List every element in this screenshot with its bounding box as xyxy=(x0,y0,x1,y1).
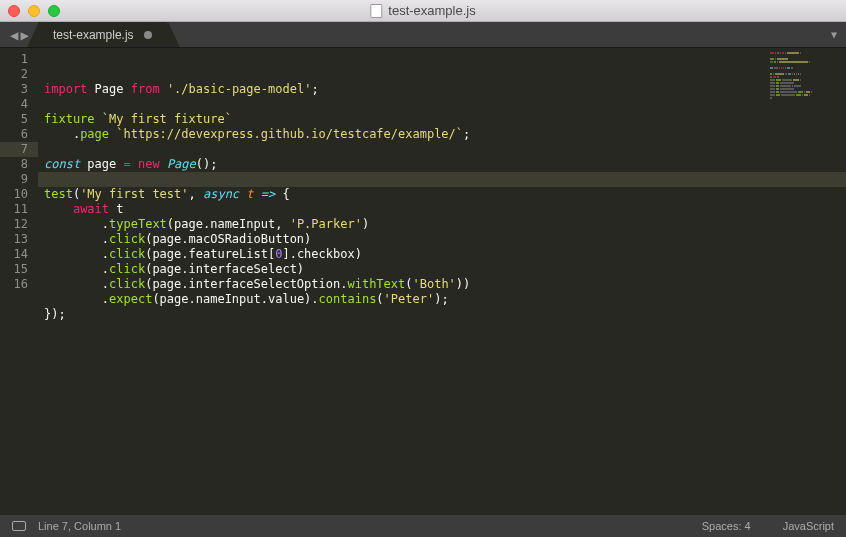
line-number[interactable]: 14 xyxy=(0,247,38,262)
line-number[interactable]: 5 xyxy=(0,112,38,127)
code-line[interactable] xyxy=(38,172,846,187)
maximize-window-button[interactable] xyxy=(48,5,60,17)
code-line[interactable]: .click(page.featureList[0].checkbox) xyxy=(38,247,846,262)
line-number[interactable]: 11 xyxy=(0,202,38,217)
line-number[interactable]: 1 xyxy=(0,52,38,67)
code-line[interactable] xyxy=(38,142,846,157)
code-line[interactable]: fixture `My first fixture` xyxy=(38,112,846,127)
code-line[interactable]: .expect(page.nameInput.value).contains('… xyxy=(38,292,846,307)
line-number[interactable]: 15 xyxy=(0,262,38,277)
code-line[interactable]: .typeText(page.nameInput, 'P.Parker') xyxy=(38,217,846,232)
code-line[interactable]: .click(page.interfaceSelectOption.withTe… xyxy=(38,277,846,292)
line-number[interactable]: 6 xyxy=(0,127,38,142)
indentation-setting[interactable]: Spaces: 4 xyxy=(702,520,751,532)
status-bar: Line 7, Column 1 Spaces: 4 JavaScript xyxy=(0,515,846,537)
nav-back-icon[interactable]: ◀ xyxy=(10,27,18,43)
code-area[interactable]: import Page from './basic-page-model';fi… xyxy=(38,48,846,515)
code-line[interactable]: const page = new Page(); xyxy=(38,157,846,172)
code-line[interactable]: test('My first test', async t => { xyxy=(38,187,846,202)
code-line[interactable]: import Page from './basic-page-model'; xyxy=(38,82,846,97)
syntax-setting[interactable]: JavaScript xyxy=(783,520,834,532)
code-line[interactable]: await t xyxy=(38,202,846,217)
tab-label: test-example.js xyxy=(53,28,134,42)
file-icon xyxy=(370,4,382,18)
code-line[interactable]: .click(page.interfaceSelect) xyxy=(38,262,846,277)
code-line[interactable]: .click(page.macOSRadioButton) xyxy=(38,232,846,247)
window-titlebar: test-example.js xyxy=(0,0,846,22)
minimap[interactable] xyxy=(770,52,840,132)
cursor-position[interactable]: Line 7, Column 1 xyxy=(38,520,121,532)
line-number[interactable]: 3 xyxy=(0,82,38,97)
line-number[interactable]: 2 xyxy=(0,67,38,82)
code-line[interactable] xyxy=(38,97,846,112)
line-number[interactable]: 13 xyxy=(0,232,38,247)
line-number[interactable]: 4 xyxy=(0,97,38,112)
window-title: test-example.js xyxy=(370,3,475,18)
line-number-gutter[interactable]: 12345678910111213141516 xyxy=(0,48,38,515)
panel-switcher-icon[interactable] xyxy=(12,521,26,531)
editor: 12345678910111213141516 import Page from… xyxy=(0,48,846,515)
tab-bar: ◀ ▶ test-example.js ▼ xyxy=(0,22,846,48)
line-number[interactable]: 16 xyxy=(0,277,38,292)
code-line[interactable]: }); xyxy=(38,307,846,322)
minimize-window-button[interactable] xyxy=(28,5,40,17)
line-number[interactable]: 12 xyxy=(0,217,38,232)
line-number[interactable]: 10 xyxy=(0,187,38,202)
window-title-text: test-example.js xyxy=(388,3,475,18)
close-window-button[interactable] xyxy=(8,5,20,17)
line-number[interactable]: 8 xyxy=(0,157,38,172)
tab-overflow-button[interactable]: ▼ xyxy=(822,22,846,47)
line-number[interactable]: 9 xyxy=(0,172,38,187)
tab-dirty-indicator-icon[interactable] xyxy=(144,31,152,39)
line-number[interactable]: 7 xyxy=(0,142,38,157)
traffic-lights xyxy=(8,5,60,17)
code-line[interactable]: .page `https://devexpress.github.io/test… xyxy=(38,127,846,142)
tab-active[interactable]: test-example.js xyxy=(39,22,168,47)
